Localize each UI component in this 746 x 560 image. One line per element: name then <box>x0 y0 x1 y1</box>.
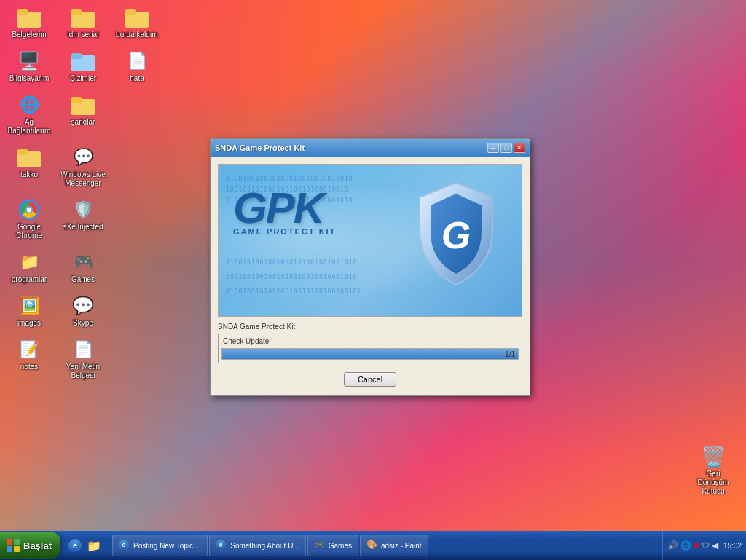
desktop-icon-label: Windows Live Messenger <box>60 170 106 188</box>
desktop-icon-sarklar[interactable]: şarkılar <box>58 91 109 138</box>
desktop-icon-label: takko <box>20 170 38 179</box>
taskbar-item-icon-something: e <box>216 540 227 551</box>
desktop-icon-label: burda kaldım <box>116 31 158 39</box>
quick-launch-folder[interactable]: 📁 <box>85 537 103 554</box>
svg-rect-11 <box>17 149 28 155</box>
start-button[interactable]: Başlat <box>0 532 60 559</box>
desktop-icon-images[interactable]: 🖼️ images <box>4 292 55 330</box>
cancel-button[interactable]: Cancel <box>344 372 396 387</box>
taskbar-systray: 🔊 🌐 R 🛡 ◀ 15:02 <box>662 531 746 560</box>
close-button[interactable]: ✕ <box>514 143 525 153</box>
desktop-icon-programlar[interactable]: 📁 programlar <box>4 248 55 286</box>
systray-network-icon[interactable]: 🌐 <box>680 540 691 551</box>
desktop-icon-label: notes <box>20 363 38 371</box>
taskbar-quick-launch: e 📁 <box>63 537 106 554</box>
desktop-icon-hata[interactable]: 📄 hata <box>111 47 162 85</box>
desktop-icon-takko[interactable]: takko <box>4 143 55 190</box>
desktop-icon-label: images <box>17 319 41 328</box>
desktop-icon-yenimetin[interactable]: 📄 Yeni Metin Belgesi <box>58 336 109 382</box>
binary-decoration-4: 0100101001001000101001001001010 <box>226 259 357 266</box>
windows-logo-icon <box>6 538 20 553</box>
progress-bar: 1/1 <box>221 348 519 360</box>
desktop-icon-label: Google Chrome <box>6 223 52 240</box>
taskbar: Başlat e 📁 e Posting New Topic ... e Som… <box>0 531 746 560</box>
dialog-titlebar: SNDA Game Protect Kit ─ □ ✕ <box>211 139 530 157</box>
svg-point-15 <box>27 208 32 213</box>
check-update-legend: Check Update <box>221 337 519 345</box>
desktop-icon-label: Bilgisayarım <box>9 74 49 83</box>
desktop-icon-belgelerim[interactable]: Belgelerim <box>4 4 55 42</box>
desktop-icon-sxe[interactable]: 🛡️ sXe Injected <box>58 196 109 242</box>
desktop-icon-games[interactable]: 🎮 Games <box>58 248 109 286</box>
desktop-icon-label: Geri Dönüşüm Kutusu <box>690 470 737 496</box>
svg-rect-9 <box>71 97 82 103</box>
gpk-shield-icon: G <box>412 179 500 288</box>
binary-decoration-5: 1001001001001010010010010001010 <box>226 274 357 280</box>
systray-speaker-icon[interactable]: 🔊 <box>667 540 678 551</box>
systray-arrow-icon[interactable]: ◀ <box>712 540 718 551</box>
taskbar-item-label: Something About U... <box>230 542 299 550</box>
desktop-icon-wlm[interactable]: 💬 Windows Live Messenger <box>58 143 109 190</box>
desktop-icon-label: Skype <box>73 319 93 328</box>
gpk-banner: 010010010010100010010010010010 100100101… <box>218 164 522 317</box>
gpk-letters: GPK <box>233 186 336 230</box>
desktop-icon-bilgisayarim[interactable]: 🖥️ Bilgisayarım <box>4 47 55 85</box>
desktop: Belgelerim idm serial bu <box>0 0 746 531</box>
gpk-logo: GPK GAME PROTECT KIT <box>233 186 336 236</box>
taskbar-item-something[interactable]: e Something About U... <box>209 535 306 556</box>
taskbar-item-label: adsız - Paint <box>381 542 422 550</box>
desktop-icon-label: Games <box>71 275 95 284</box>
desktop-icon-label: idm serial <box>68 31 99 39</box>
quick-launch-ie[interactable]: e <box>66 537 84 554</box>
desktop-icon-label: hata <box>130 74 144 83</box>
binary-decoration-6: 01001001010010010010100100100101 <box>226 288 361 295</box>
taskbar-item-icon-posting: e <box>119 540 130 551</box>
desktop-icon-ag[interactable]: 🌐 Ağ Bağlantılarım <box>4 91 55 138</box>
desktop-icon-label: Belgelerim <box>12 31 46 39</box>
taskbar-item-posting[interactable]: e Posting New Topic ... <box>112 535 208 556</box>
taskbar-item-paint[interactable]: 🎨 adsız - Paint <box>360 535 428 556</box>
desktop-icon-burdakaldim[interactable]: burda kaldım <box>111 4 162 42</box>
dialog-buttons: Cancel <box>218 369 522 388</box>
clock: 15:02 <box>723 542 742 550</box>
ie-icon: e <box>68 539 82 552</box>
maximize-button[interactable]: □ <box>500 143 512 153</box>
desktop-icon-label: sXe Injected <box>63 223 103 232</box>
desktop-icon-label: şarkılar <box>71 118 95 127</box>
taskbar-item-label: Games <box>329 542 352 550</box>
desktop-icon-notes[interactable]: 📝 notes <box>4 336 55 382</box>
dialog-content: 010010010010100010010010010010 100100101… <box>211 157 530 395</box>
check-update-group: Check Update 1/1 <box>218 334 522 363</box>
gpk-dialog: SNDA Game Protect Kit ─ □ ✕ 010010010010… <box>210 138 530 396</box>
start-label: Başlat <box>23 540 52 551</box>
gpk-subtitle: GAME PROTECT KIT <box>233 227 336 236</box>
svg-rect-19 <box>7 546 12 552</box>
taskbar-item-icon-games: 🎮 <box>314 540 326 551</box>
desktop-icon-recycle[interactable]: 🗑️ Geri Dönüşüm Kutusu <box>688 443 739 498</box>
minimize-button[interactable]: ─ <box>487 143 499 153</box>
taskbar-item-games[interactable]: 🎮 Games <box>307 535 358 556</box>
svg-text:G: G <box>441 214 471 256</box>
desktop-icon-cizimler[interactable]: Çizimler <box>58 47 109 85</box>
svg-rect-18 <box>14 539 20 545</box>
binary-decoration-1: 010010010010100010010010010010 <box>226 176 353 182</box>
progress-text: 1/1 <box>505 349 515 360</box>
svg-rect-17 <box>7 539 12 545</box>
snda-label: SNDA Game Protect Kit <box>218 323 522 331</box>
progress-bar-fill <box>222 349 518 359</box>
svg-rect-1 <box>17 9 28 15</box>
svg-rect-20 <box>14 546 20 552</box>
desktop-icon-label: Yeni Metin Belgesi <box>60 363 106 380</box>
taskbar-item-icon-paint: 🎨 <box>366 540 378 551</box>
desktop-icon-label: Çizimler <box>70 74 96 83</box>
desktop-icon-label: programlar <box>12 275 47 284</box>
desktop-icon-chrome[interactable]: Google Chrome <box>4 196 55 242</box>
svg-rect-3 <box>71 9 82 15</box>
desktop-icon-skype[interactable]: 💬 Skype <box>58 292 109 330</box>
systray-shield-icon[interactable]: 🛡 <box>702 541 710 550</box>
systray-icon-r: R <box>694 541 699 550</box>
svg-rect-7 <box>71 53 82 59</box>
desktop-icons-container: Belgelerim idm serial bu <box>4 4 120 513</box>
desktop-icon-idmserial[interactable]: idm serial <box>58 4 109 42</box>
svg-rect-5 <box>125 9 136 15</box>
